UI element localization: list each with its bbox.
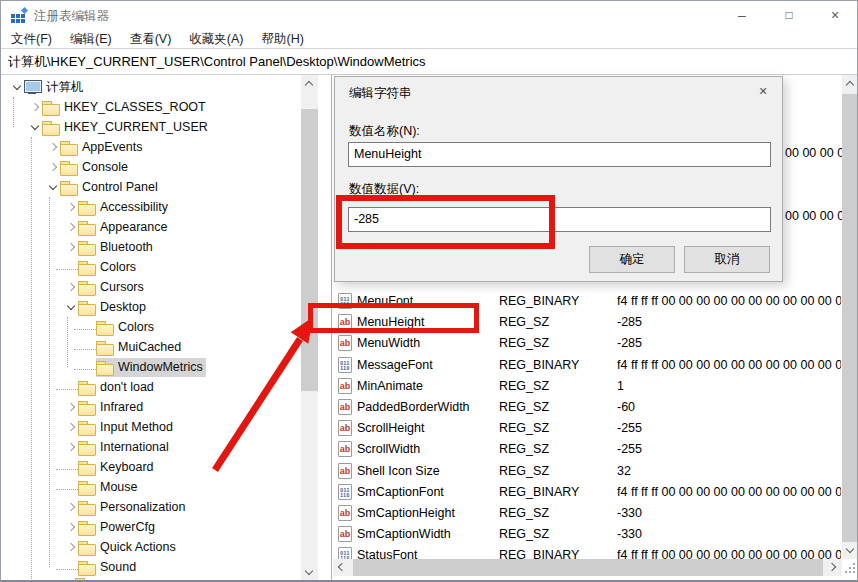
maximize-button[interactable]: □ [773, 1, 805, 31]
scroll-up-icon[interactable] [842, 75, 858, 92]
table-row[interactable]: 011110 StatusFont REG_BINARY f4 ff ff ff… [334, 545, 841, 559]
tree-item[interactable]: PowerCfg [2, 517, 331, 537]
resize-grip[interactable] [844, 561, 858, 577]
list-horizontal-scrollbar[interactable] [333, 559, 842, 576]
tree-expander[interactable] [64, 560, 78, 574]
tree-item[interactable]: Input Method [2, 417, 331, 437]
menu-item[interactable]: 帮助(H) [252, 31, 312, 48]
value-type-cell: REG_SZ [499, 312, 611, 332]
tree-item[interactable]: don't load [2, 377, 331, 397]
tree-item[interactable]: HKEY_CLASSES_ROOT [2, 97, 331, 117]
list-hscrollbar-thumb[interactable] [353, 559, 823, 576]
tree-expander[interactable] [64, 240, 78, 254]
tree-item[interactable]: Control Panel [2, 177, 331, 197]
tree-item[interactable]: Keyboard [2, 457, 331, 477]
tree-item[interactable]: MuiCached [2, 337, 331, 357]
tree-expander[interactable] [64, 200, 78, 214]
tree-item[interactable]: AppEvents [2, 137, 331, 157]
tree-item[interactable]: Sound [2, 557, 331, 577]
value-data-cell: -255 [617, 418, 841, 438]
table-row[interactable]: ab SmCaptionHeight REG_SZ -330 [334, 503, 841, 523]
value-data-cell: -255 [617, 439, 841, 459]
tree-item-label: WindowMetrics [118, 360, 203, 374]
table-row[interactable]: ab ScrollHeight REG_SZ -255 [334, 418, 841, 438]
tree-expander[interactable] [64, 520, 78, 534]
tree-item[interactable]: WindowMetrics [2, 357, 331, 377]
menu-item[interactable]: 编辑(E) [61, 31, 121, 48]
menu-item[interactable]: 查看(V) [121, 31, 181, 48]
tree-item[interactable]: Quick Actions [2, 537, 331, 557]
tree-expander[interactable] [64, 280, 78, 294]
tree-item[interactable]: Desktop [2, 297, 331, 317]
value-type-cell: REG_SZ [499, 524, 611, 544]
tree-item[interactable]: International [2, 437, 331, 457]
folder-icon [78, 400, 95, 415]
tree-item[interactable]: 计算机 [2, 77, 331, 97]
tree-item[interactable]: Cursors [2, 277, 331, 297]
tree-item[interactable]: Appearance [2, 217, 331, 237]
table-row[interactable]: ab Shell Icon Size REG_SZ 32 [334, 461, 841, 481]
value-name-cell: ScrollHeight [357, 418, 497, 438]
value-data-cell: -285 [617, 333, 841, 353]
tree-expander[interactable] [64, 480, 78, 494]
annotation-box-data-field [336, 195, 555, 249]
scroll-down-icon[interactable] [301, 564, 318, 581]
tree-expander[interactable] [64, 380, 78, 394]
tree-item[interactable]: Mouse [2, 477, 331, 497]
scroll-down-icon[interactable] [842, 542, 858, 559]
tree-item[interactable]: Infrared [2, 397, 331, 417]
cancel-button[interactable]: 取消 [684, 246, 770, 273]
value-name-field[interactable]: MenuHeight [348, 142, 771, 167]
table-row[interactable]: 011110 MessageFont REG_BINARY f4 ff ff f… [334, 355, 841, 375]
table-row[interactable]: ab ScrollWidth REG_SZ -255 [334, 439, 841, 459]
tree-expander[interactable] [82, 340, 96, 354]
tree-item[interactable]: Colors [2, 257, 331, 277]
tree-expander[interactable] [28, 100, 42, 114]
tree-expander[interactable] [82, 360, 96, 374]
table-row[interactable]: 011110 SmCaptionFont REG_BINARY f4 ff ff… [334, 482, 841, 502]
tree-expander[interactable] [64, 260, 78, 274]
tree-expander[interactable] [64, 420, 78, 434]
table-row[interactable]: ab SmCaptionWidth REG_SZ -330 [334, 524, 841, 544]
minimize-button[interactable]: – [726, 1, 758, 31]
tree-expander[interactable] [64, 220, 78, 234]
menu-item[interactable]: 收藏夹(A) [180, 31, 252, 48]
tree-expander[interactable] [46, 180, 60, 194]
tree-item[interactable]: Colors [2, 317, 331, 337]
ok-button[interactable]: 确定 [589, 246, 675, 273]
tree-expander[interactable] [64, 460, 78, 474]
value-data-cell: f4 ff ff ff 00 00 00 00 00 00 00 00 00 0… [617, 355, 841, 375]
tree-expander[interactable] [82, 320, 96, 334]
tree-expander[interactable] [46, 140, 60, 154]
menu-item[interactable]: 文件(F) [2, 31, 61, 48]
tree-expander[interactable] [64, 400, 78, 414]
tree-expander[interactable] [64, 540, 78, 554]
tree-item[interactable]: Accessibility [2, 197, 331, 217]
scroll-up-icon[interactable] [301, 75, 318, 92]
tree-item[interactable]: Bluetooth [2, 237, 331, 257]
tree-scrollbar-thumb[interactable] [301, 109, 318, 391]
list-scrollbar-thumb[interactable] [842, 94, 858, 542]
tree-item-label: Accessibility [100, 200, 168, 214]
reg-binary-icon: 011110 [338, 547, 352, 559]
tree-expander[interactable] [64, 500, 78, 514]
title-bar[interactable]: 注册表编辑器 – □ × [1, 1, 857, 31]
tree-expander[interactable] [46, 160, 60, 174]
table-row[interactable]: ab MenuWidth REG_SZ -285 [334, 333, 841, 353]
address-bar[interactable]: 计算机\HKEY_CURRENT_USER\Control Panel\Desk… [1, 50, 857, 75]
close-button[interactable]: × [819, 1, 851, 31]
tree-expander[interactable] [28, 120, 42, 134]
tree-expander[interactable] [10, 80, 24, 94]
table-row[interactable]: ab PaddedBorderWidth REG_SZ -60 [334, 397, 841, 417]
list-vertical-scrollbar[interactable] [842, 75, 858, 559]
dialog-close-icon[interactable]: × [748, 79, 778, 103]
tree-item[interactable]: Personalization [2, 497, 331, 517]
table-row[interactable]: ab MinAnimate REG_SZ 1 [334, 376, 841, 396]
tree-item[interactable]: Console [2, 157, 331, 177]
value-data-cell: -330 [617, 524, 841, 544]
tree-item[interactable]: HKEY_CURRENT_USER [2, 117, 331, 137]
scroll-left-icon[interactable] [333, 559, 350, 576]
tree-expander[interactable] [64, 440, 78, 454]
tree-expander[interactable] [64, 300, 78, 314]
scroll-right-icon[interactable] [825, 559, 842, 576]
